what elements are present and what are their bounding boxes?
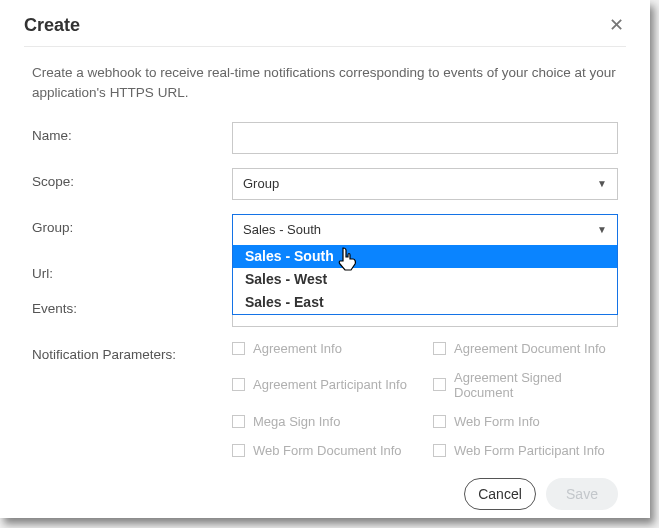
checkbox-icon[interactable] [232, 342, 245, 355]
group-selected-value: Sales - South [243, 222, 321, 237]
close-icon[interactable]: ✕ [607, 14, 626, 36]
label-url: Url: [32, 260, 232, 281]
param-web-form-participant-info[interactable]: Web Form Participant Info [433, 443, 618, 458]
group-option-sales-east[interactable]: Sales - East [233, 291, 617, 314]
save-button[interactable]: Save [546, 478, 618, 510]
param-web-form-document-info[interactable]: Web Form Document Info [232, 443, 417, 458]
cancel-button[interactable]: Cancel [464, 478, 536, 510]
dialog-description: Create a webhook to receive real-time no… [32, 63, 618, 104]
param-agreement-info[interactable]: Agreement Info [232, 341, 417, 356]
dialog-header: Create ✕ [24, 14, 626, 47]
checkbox-icon[interactable] [433, 415, 446, 428]
group-option-sales-west[interactable]: Sales - West [233, 268, 617, 291]
param-agreement-signed-document[interactable]: Agreement Signed Document [433, 370, 618, 400]
scope-selected-value: Group [243, 176, 279, 191]
group-option-sales-south[interactable]: Sales - South [233, 245, 617, 268]
label-scope: Scope: [32, 168, 232, 189]
create-webhook-dialog: Create ✕ Create a webhook to receive rea… [0, 0, 650, 518]
chevron-down-icon: ▼ [597, 178, 607, 189]
dialog-footer: Cancel Save [24, 478, 626, 510]
param-mega-sign-info[interactable]: Mega Sign Info [232, 414, 417, 429]
label-name: Name: [32, 122, 232, 143]
checkbox-icon[interactable] [232, 415, 245, 428]
label-events: Events: [32, 295, 232, 316]
checkbox-icon[interactable] [232, 444, 245, 457]
checkbox-icon[interactable] [433, 378, 446, 391]
form-area: Name: Scope: Group ▼ Group: Sales - Sout… [24, 122, 626, 458]
dialog-title: Create [24, 15, 80, 36]
param-agreement-participant-info[interactable]: Agreement Participant Info [232, 370, 417, 400]
param-web-form-info[interactable]: Web Form Info [433, 414, 618, 429]
checkbox-icon[interactable] [433, 444, 446, 457]
param-agreement-document-info[interactable]: Agreement Document Info [433, 341, 618, 356]
name-input[interactable] [232, 122, 618, 154]
checkbox-icon[interactable] [232, 378, 245, 391]
group-select[interactable]: Sales - South ▼ [232, 214, 618, 246]
label-group: Group: [32, 214, 232, 235]
scope-select[interactable]: Group ▼ [232, 168, 618, 200]
label-notification-parameters: Notification Parameters: [32, 341, 232, 362]
chevron-down-icon: ▼ [597, 224, 607, 235]
group-dropdown: Sales - South Sales - West Sales - East [232, 245, 618, 315]
checkbox-icon[interactable] [433, 342, 446, 355]
